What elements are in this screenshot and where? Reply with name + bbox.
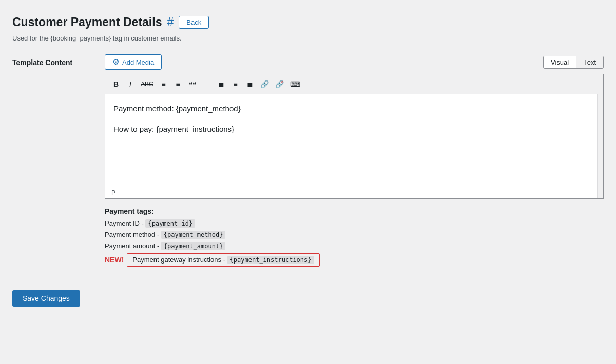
link-icon: 🔗 bbox=[260, 80, 269, 88]
payment-tags-section: Payment tags: Payment ID - {payment_id} … bbox=[105, 207, 604, 267]
editor-line2: How to pay: {payment_instructions} bbox=[113, 123, 589, 135]
blockquote-icon: ❝❝ bbox=[189, 80, 196, 88]
tag-label-1: Payment ID - bbox=[105, 219, 145, 227]
payment-tags-title: Payment tags: bbox=[105, 207, 604, 215]
blockquote-button[interactable]: ❝❝ bbox=[186, 77, 199, 91]
editor-scrollbar[interactable] bbox=[597, 94, 603, 198]
tag-row-3: Payment amount - {payment_amount} bbox=[105, 242, 604, 250]
tab-text[interactable]: Text bbox=[576, 56, 603, 68]
ordered-list-button[interactable]: ≡ bbox=[171, 77, 185, 91]
align-left-button[interactable]: ≣ bbox=[215, 77, 228, 91]
tag-row-2: Payment method - {payment_method} bbox=[105, 231, 604, 239]
unlink-icon: 🔗✕ bbox=[275, 80, 284, 88]
view-tabs: Visual Text bbox=[543, 56, 604, 69]
page-title: Customer Payment Details bbox=[12, 15, 162, 29]
form-content: ⚙ Add Media Visual Text B I ABC bbox=[105, 54, 604, 270]
anchor-link[interactable]: # bbox=[167, 15, 174, 29]
form-row: Template Content ⚙ Add Media Visual Text… bbox=[12, 54, 604, 270]
tag-row-1: Payment ID - {payment_id} bbox=[105, 219, 604, 228]
add-media-button[interactable]: ⚙ Add Media bbox=[105, 54, 162, 70]
tag-badge-3: {payment_amount} bbox=[161, 242, 226, 250]
tab-visual[interactable]: Visual bbox=[544, 56, 576, 68]
tag-label-2: Payment method - bbox=[105, 231, 161, 238]
back-button[interactable]: Back bbox=[179, 16, 209, 29]
align-center-icon: ≡ bbox=[234, 80, 238, 88]
unordered-list-button[interactable]: ≡ bbox=[157, 77, 170, 91]
strikethrough-button[interactable]: ABC bbox=[138, 77, 156, 91]
link-button[interactable]: 🔗 bbox=[258, 77, 272, 91]
hr-button[interactable]: — bbox=[200, 77, 214, 91]
new-tag-badge: {payment_instructions} bbox=[227, 256, 314, 264]
editor-line1: Payment method: {payment_method} bbox=[113, 103, 589, 115]
editor-wrapper: B I ABC ≡ ≡ ❝❝ — bbox=[105, 74, 604, 199]
keyboard-button[interactable]: ⌨ bbox=[287, 77, 303, 91]
page-header: Customer Payment Details # Back bbox=[12, 15, 604, 29]
align-center-button[interactable]: ≡ bbox=[229, 77, 242, 91]
new-tag-row: NEW! Payment gateway instructions - {pay… bbox=[105, 253, 604, 267]
save-changes-button[interactable]: Save Changes bbox=[12, 290, 80, 307]
editor-with-scroll: Payment method: {payment_method} How to … bbox=[105, 94, 603, 198]
unordered-list-icon: ≡ bbox=[162, 80, 166, 88]
keyboard-icon: ⌨ bbox=[290, 80, 300, 88]
ordered-list-icon: ≡ bbox=[176, 80, 180, 88]
align-left-icon: ≣ bbox=[218, 80, 224, 88]
tag-badge-1: {payment_id} bbox=[145, 219, 195, 228]
editor-main: Payment method: {payment_method} How to … bbox=[105, 94, 597, 198]
tag-badge-2: {payment_method} bbox=[161, 231, 226, 239]
page-description: Used for the {booking_payments} tag in c… bbox=[12, 34, 604, 42]
tag-label-3: Payment amount - bbox=[105, 242, 161, 250]
add-media-icon: ⚙ bbox=[112, 57, 119, 67]
hr-icon: — bbox=[203, 80, 210, 88]
editor-content[interactable]: Payment method: {payment_method} How to … bbox=[105, 94, 597, 187]
italic-button[interactable]: I bbox=[124, 77, 137, 91]
p-indicator: P bbox=[105, 187, 597, 198]
unlink-button[interactable]: 🔗✕ bbox=[273, 77, 286, 91]
new-tag-label: Payment gateway instructions - bbox=[132, 256, 227, 264]
strikethrough-icon: ABC bbox=[141, 80, 153, 88]
add-media-label: Add Media bbox=[122, 58, 154, 66]
editor-toolbar: B I ABC ≡ ≡ ❝❝ — bbox=[105, 74, 603, 94]
new-label: NEW! bbox=[105, 256, 124, 264]
new-tag-content: Payment gateway instructions - {payment_… bbox=[127, 253, 319, 267]
align-right-icon: ≣ bbox=[247, 80, 253, 88]
align-right-button[interactable]: ≣ bbox=[243, 77, 257, 91]
editor-toolbar-top: ⚙ Add Media Visual Text bbox=[105, 54, 604, 70]
bold-button[interactable]: B bbox=[109, 77, 123, 91]
form-label: Template Content bbox=[12, 54, 94, 67]
